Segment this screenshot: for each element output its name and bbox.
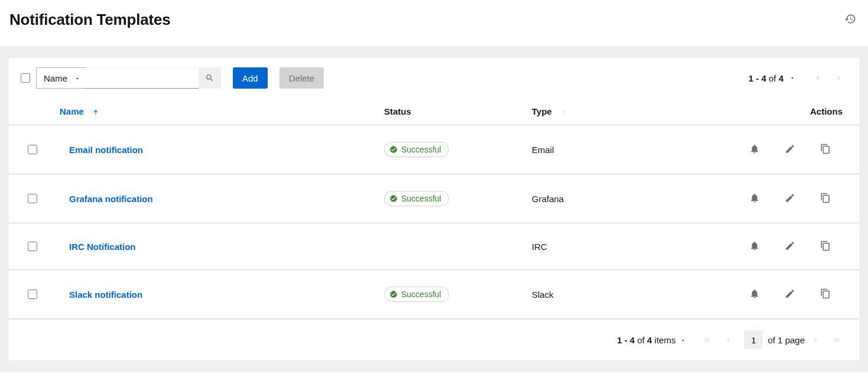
- sort-asc-icon: [92, 109, 99, 116]
- bell-icon: [749, 144, 760, 156]
- caret-down-icon: [680, 337, 686, 343]
- next-page-button-bottom[interactable]: [805, 329, 826, 350]
- row-checkbox[interactable]: [28, 242, 37, 251]
- filter-group: Name: [36, 67, 221, 89]
- select-all-checkbox[interactable]: [21, 73, 30, 83]
- copy-icon: [820, 144, 831, 156]
- edit-button[interactable]: [785, 240, 795, 253]
- column-header-actions: Actions: [733, 98, 859, 125]
- table-header-row: Name Status Type Actions: [9, 98, 859, 125]
- table-row: Grafana notification Successful Grafana: [9, 174, 859, 223]
- column-header-type[interactable]: Type: [532, 98, 733, 125]
- template-name-link[interactable]: Grafana notification: [60, 194, 153, 204]
- template-name-link[interactable]: Email notification: [60, 145, 143, 155]
- table-row: Email notification Successful Email: [9, 125, 859, 174]
- chevron-right-icon: [835, 74, 843, 82]
- last-page-button[interactable]: [826, 329, 847, 350]
- template-name-link[interactable]: IRC Notification: [60, 242, 136, 252]
- edit-button[interactable]: [785, 288, 795, 301]
- page-title: Notification Templates: [9, 11, 171, 29]
- template-type: Email: [532, 125, 733, 174]
- delete-button[interactable]: Delete: [279, 67, 324, 89]
- column-header-name-label: Name: [60, 106, 84, 116]
- check-circle-icon: [389, 145, 398, 154]
- status-text: Successful: [401, 145, 441, 154]
- history-icon: [844, 13, 856, 25]
- pager-range-text: 1 - 4 of 4: [749, 73, 784, 83]
- history-button[interactable]: [842, 11, 859, 29]
- row-actions: [733, 193, 843, 205]
- row-actions: [733, 144, 843, 156]
- row-checkbox[interactable]: [28, 290, 37, 299]
- status-text: Successful: [401, 194, 441, 203]
- copy-button[interactable]: [820, 144, 831, 156]
- chevron-left-icon: [724, 336, 733, 344]
- search-button[interactable]: [199, 67, 221, 89]
- row-checkbox[interactable]: [28, 194, 37, 203]
- templates-table: Name Status Type Actions Email notificat…: [9, 98, 859, 319]
- template-type: Grafana: [532, 174, 733, 223]
- items-per-page-toggle[interactable]: [680, 335, 686, 345]
- toolbar: Name Add Delete 1 - 4 of 4: [9, 58, 859, 98]
- add-button[interactable]: Add: [233, 67, 268, 89]
- copy-button[interactable]: [820, 193, 831, 205]
- test-notification-button[interactable]: [749, 144, 760, 156]
- copy-button[interactable]: [820, 288, 831, 301]
- pencil-icon: [785, 240, 795, 253]
- copy-icon: [820, 288, 831, 301]
- next-page-button[interactable]: [828, 67, 850, 89]
- pager-dropdown-toggle[interactable]: [789, 75, 795, 81]
- template-type: IRC: [532, 223, 733, 270]
- pagination-items-summary: 1 - 4 of 4 items: [617, 335, 686, 345]
- filter-field-label: Name: [44, 73, 67, 83]
- bell-icon: [749, 193, 760, 205]
- table-row: IRC Notification IRC: [9, 223, 859, 270]
- status-badge: Successful: [384, 142, 449, 157]
- search-icon: [205, 73, 214, 83]
- status-badge: Successful: [384, 287, 449, 302]
- status-text: Successful: [401, 290, 441, 299]
- prev-page-button-bottom[interactable]: [718, 329, 739, 350]
- pencil-icon: [785, 288, 795, 301]
- filter-field-dropdown[interactable]: Name: [36, 67, 86, 89]
- pager-nav-top: [807, 67, 850, 89]
- edit-button[interactable]: [785, 193, 795, 205]
- chevron-right-icon: [811, 336, 820, 344]
- pagination-controls: of 1 page: [697, 329, 847, 350]
- pencil-icon: [785, 144, 795, 156]
- prev-page-button[interactable]: [807, 67, 828, 89]
- copy-button[interactable]: [820, 240, 831, 253]
- row-actions: [733, 288, 843, 301]
- copy-icon: [820, 193, 831, 205]
- bell-icon: [749, 288, 760, 301]
- copy-icon: [820, 240, 831, 253]
- check-circle-icon: [389, 194, 398, 203]
- bell-icon: [749, 240, 760, 253]
- status-badge: Successful: [384, 191, 449, 206]
- pager-summary-top: 1 - 4 of 4: [749, 67, 850, 89]
- content-area: Name Add Delete 1 - 4 of 4: [0, 46, 868, 372]
- test-notification-button[interactable]: [749, 240, 760, 253]
- sort-neutral-icon: [560, 109, 567, 116]
- test-notification-button[interactable]: [749, 193, 760, 205]
- column-header-name[interactable]: Name: [50, 98, 384, 125]
- row-actions: [733, 240, 843, 253]
- check-circle-icon: [389, 290, 398, 298]
- card: Name Add Delete 1 - 4 of 4: [9, 58, 859, 360]
- table-row: Slack notification Successful Slack: [9, 270, 859, 319]
- caret-down-icon: [74, 73, 80, 83]
- pagination-bar: 1 - 4 of 4 items of 1 page: [9, 319, 859, 360]
- test-notification-button[interactable]: [749, 288, 760, 301]
- chevron-double-left-icon: [703, 336, 711, 344]
- chevron-left-icon: [814, 74, 822, 82]
- first-page-button[interactable]: [697, 329, 718, 350]
- column-header-status: Status: [384, 98, 532, 125]
- page-header: Notification Templates: [0, 0, 868, 46]
- column-header-type-label: Type: [532, 106, 552, 116]
- edit-button[interactable]: [785, 144, 795, 156]
- row-checkbox[interactable]: [28, 145, 37, 154]
- filter-input[interactable]: [86, 67, 199, 89]
- template-name-link[interactable]: Slack notification: [60, 290, 142, 300]
- chevron-double-right-icon: [833, 336, 841, 344]
- page-number-input[interactable]: [744, 330, 763, 349]
